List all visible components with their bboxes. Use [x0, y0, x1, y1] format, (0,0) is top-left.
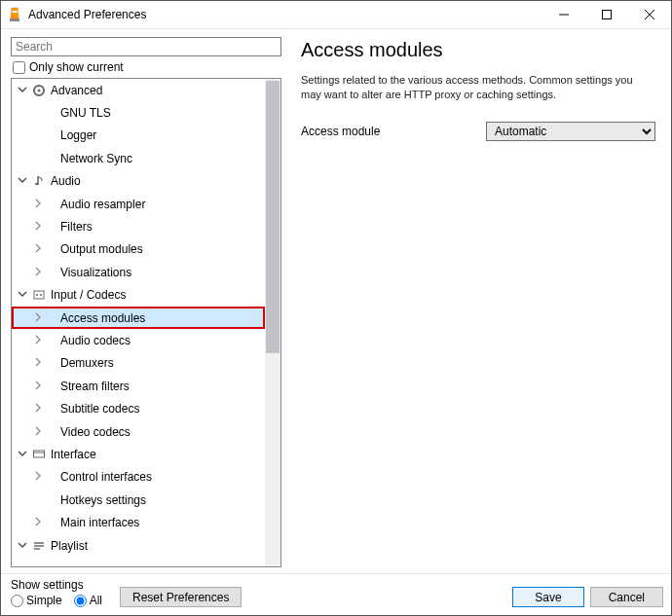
- tree-item-label: Visualizations: [60, 266, 131, 279]
- window-controls: [542, 1, 671, 28]
- only-show-current-label[interactable]: Only show current: [29, 60, 124, 74]
- chevron-right-icon[interactable]: [31, 402, 45, 416]
- reset-preferences-button[interactable]: Reset Preferences: [120, 587, 242, 607]
- tree-item-subtitle-codecs[interactable]: Subtitle codecs: [12, 397, 265, 419]
- chevron-right-icon[interactable]: [31, 425, 45, 439]
- tree-item-logger[interactable]: Logger: [12, 125, 265, 147]
- footer: Show settings Simple All Reset Preferenc…: [1, 573, 671, 615]
- tree-item-filters[interactable]: Filters: [12, 215, 265, 237]
- chevron-right-icon[interactable]: [31, 220, 45, 234]
- access-module-select[interactable]: Automatic: [486, 122, 655, 141]
- tree-item-interface[interactable]: Interface: [12, 443, 265, 465]
- cancel-button[interactable]: Cancel: [590, 587, 663, 607]
- tree-scrollbar[interactable]: [265, 79, 280, 566]
- tree-item-label: Network Sync: [60, 152, 132, 165]
- chevron-down-icon[interactable]: [16, 174, 29, 188]
- app-icon: [7, 7, 22, 22]
- tree-item-label: Video codecs: [60, 425, 131, 439]
- svg-point-8: [38, 89, 41, 91]
- svg-rect-2: [10, 18, 19, 21]
- detail-description: Settings related to the various access m…: [301, 73, 655, 102]
- simple-radio-label[interactable]: Simple: [11, 594, 62, 607]
- tree-item-playlist[interactable]: Playlist: [12, 534, 265, 557]
- playlist-icon: [31, 538, 47, 554]
- svg-rect-4: [603, 11, 612, 19]
- access-module-label: Access module: [301, 125, 486, 138]
- tree-item-label: Input / Codecs: [51, 288, 126, 302]
- svg-rect-13: [34, 451, 45, 457]
- tree-item-control-interfaces[interactable]: Control interfaces: [12, 466, 265, 489]
- minimize-button[interactable]: [542, 1, 585, 28]
- tree-item-label: Audio: [51, 174, 81, 188]
- tree-item-label: Control interfaces: [60, 470, 152, 484]
- chevron-down-icon[interactable]: [16, 288, 29, 302]
- chevron-right-icon[interactable]: [31, 470, 45, 484]
- tree-item-demuxers[interactable]: Demuxers: [12, 352, 265, 375]
- gear-icon: [31, 83, 47, 98]
- maximize-button[interactable]: [585, 1, 628, 28]
- tree-item-stream-filters[interactable]: Stream filters: [12, 375, 265, 397]
- chevron-right-icon[interactable]: [31, 516, 45, 529]
- tree-item-label: Hotkeys settings: [60, 493, 146, 507]
- svg-rect-1: [13, 11, 18, 13]
- tree-item-advanced[interactable]: Advanced: [12, 79, 265, 101]
- tree-item-output-modules[interactable]: Output modules: [12, 238, 265, 261]
- tree-item-audio-codecs[interactable]: Audio codecs: [12, 329, 265, 351]
- tree-item-visualizations[interactable]: Visualizations: [12, 261, 265, 283]
- svg-rect-10: [34, 291, 44, 299]
- interface-icon: [31, 447, 47, 462]
- chevron-right-icon[interactable]: [31, 266, 45, 279]
- tree-item-audio-resampler[interactable]: Audio resampler: [12, 193, 265, 215]
- tree-item-video-codecs[interactable]: Video codecs: [12, 420, 265, 443]
- chevron-down-icon[interactable]: [16, 84, 29, 97]
- chevron-down-icon[interactable]: [16, 448, 29, 461]
- tree-item-main-interfaces[interactable]: Main interfaces: [12, 511, 265, 533]
- tree-item-gnu-tls[interactable]: GNU TLS: [12, 101, 265, 124]
- tree-item-label: Logger: [60, 128, 96, 142]
- tree-item-audio[interactable]: Audio: [12, 170, 265, 193]
- codec-icon: [31, 287, 47, 303]
- svg-point-11: [36, 294, 38, 296]
- detail-heading: Access modules: [301, 39, 655, 61]
- tree-item-label: Playlist: [51, 539, 88, 553]
- tree-item-label: Demuxers: [60, 356, 114, 370]
- chevron-right-icon[interactable]: [31, 356, 45, 370]
- tree-item-label: Interface: [51, 448, 96, 461]
- tree-item-label: Stream filters: [60, 380, 130, 393]
- preferences-window: Advanced Preferences Only show current A…: [0, 0, 672, 616]
- tree-item-label: Main interfaces: [60, 516, 139, 529]
- tree-item-input-codecs[interactable]: Input / Codecs: [12, 284, 265, 307]
- search-input[interactable]: [11, 37, 281, 56]
- chevron-right-icon[interactable]: [31, 242, 45, 256]
- chevron-right-icon[interactable]: [31, 380, 45, 393]
- left-pane: Only show current AdvancedGNU TLSLoggerN…: [1, 29, 285, 573]
- svg-marker-0: [11, 8, 19, 18]
- window-title: Advanced Preferences: [28, 8, 542, 21]
- access-module-row: Access module Automatic: [301, 122, 655, 141]
- tree-item-label: Access modules: [60, 311, 145, 325]
- all-radio[interactable]: [74, 595, 87, 607]
- simple-radio[interactable]: [11, 595, 23, 607]
- chevron-right-icon[interactable]: [31, 334, 45, 347]
- all-radio-label[interactable]: All: [74, 594, 102, 607]
- only-show-current-row: Only show current: [13, 60, 281, 74]
- tree-item-label: Advanced: [51, 84, 102, 97]
- chevron-down-icon[interactable]: [16, 539, 29, 553]
- svg-point-12: [40, 294, 42, 296]
- close-button[interactable]: [628, 1, 671, 28]
- save-button[interactable]: Save: [512, 587, 583, 607]
- detail-pane: Access modules Settings related to the v…: [285, 29, 671, 573]
- show-settings-label: Show settings: [11, 578, 110, 592]
- chevron-right-icon[interactable]: [31, 311, 45, 325]
- tree-item-hotkeys-settings[interactable]: Hotkeys settings: [12, 489, 265, 511]
- tree-item-access-modules[interactable]: Access modules: [12, 307, 265, 329]
- tree-item-label: Filters: [60, 220, 93, 234]
- audio-icon: [31, 173, 47, 189]
- tree-scrollbar-thumb[interactable]: [266, 81, 280, 353]
- chevron-right-icon[interactable]: [31, 198, 45, 211]
- svg-point-9: [35, 183, 39, 186]
- tree-item-label: Audio resampler: [60, 198, 145, 211]
- tree-item-network-sync[interactable]: Network Sync: [12, 147, 265, 169]
- only-show-current-checkbox[interactable]: [13, 61, 25, 74]
- category-tree: AdvancedGNU TLSLoggerNetwork SyncAudioAu…: [11, 78, 281, 567]
